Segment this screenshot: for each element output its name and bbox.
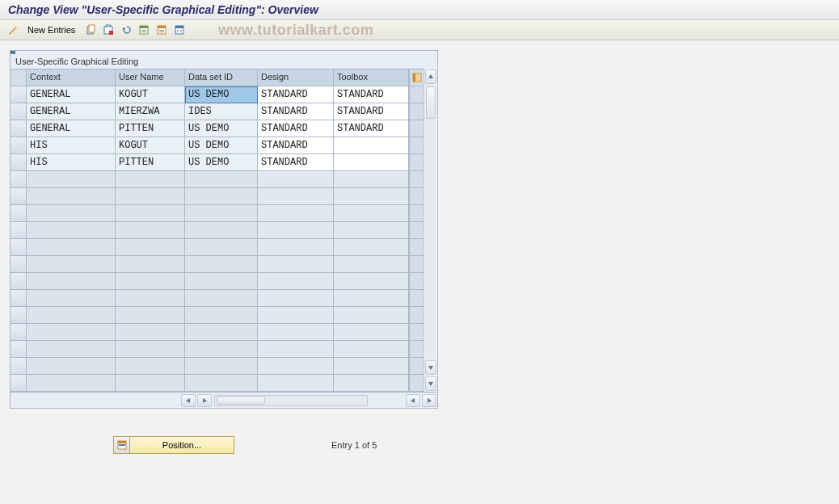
cell-design[interactable] <box>258 239 334 256</box>
cell-design[interactable]: STANDARD <box>258 137 334 154</box>
delete-icon[interactable] <box>101 23 116 37</box>
cell-user[interactable] <box>116 205 185 222</box>
row-selector[interactable] <box>11 120 27 137</box>
table-row[interactable] <box>11 290 424 307</box>
scroll-thumb[interactable] <box>426 86 436 119</box>
table-row[interactable] <box>11 188 424 205</box>
table-row[interactable] <box>11 358 424 375</box>
cell-context[interactable] <box>27 171 116 188</box>
cell-design[interactable]: STANDARD <box>258 103 334 120</box>
cell-toolbox[interactable] <box>334 171 409 188</box>
cell-user[interactable]: KOGUT <box>116 86 185 103</box>
table-settings-icon[interactable] <box>172 23 187 37</box>
cell-toolbox[interactable] <box>334 239 409 256</box>
cell-toolbox[interactable] <box>334 154 409 171</box>
cell-dataset[interactable] <box>185 273 258 290</box>
cell-design[interactable] <box>258 256 334 273</box>
table-row[interactable] <box>11 171 424 188</box>
cell-user[interactable] <box>116 358 185 375</box>
cell-toolbox[interactable] <box>334 188 409 205</box>
vertical-scrollbar[interactable] <box>424 69 437 392</box>
row-selector[interactable] <box>11 341 27 358</box>
table-row[interactable]: GENERALPITTENUS DEMOSTANDARDSTANDARD <box>11 120 424 137</box>
cell-dataset[interactable] <box>185 324 258 341</box>
cell-design[interactable] <box>258 171 334 188</box>
cell-dataset[interactable] <box>185 375 258 392</box>
table-row[interactable] <box>11 375 424 392</box>
cell-toolbox[interactable] <box>334 205 409 222</box>
cell-dataset[interactable]: US DEMO <box>185 86 258 103</box>
cell-toolbox[interactable] <box>334 273 409 290</box>
cell-user[interactable] <box>116 307 185 324</box>
row-selector[interactable] <box>11 324 27 341</box>
cell-toolbox[interactable] <box>334 222 409 239</box>
table-row[interactable] <box>11 307 424 324</box>
row-selector[interactable] <box>11 358 27 375</box>
row-selector[interactable] <box>11 375 27 392</box>
row-selector[interactable] <box>11 205 27 222</box>
table-row[interactable] <box>11 273 424 290</box>
cell-user[interactable] <box>116 375 185 392</box>
row-selector[interactable] <box>11 256 27 273</box>
cell-toolbox[interactable] <box>334 375 409 392</box>
undo-icon[interactable] <box>119 23 133 37</box>
column-header-user[interactable]: User Name <box>116 69 185 86</box>
copy-icon[interactable] <box>83 23 98 37</box>
cell-user[interactable] <box>116 239 185 256</box>
cell-dataset[interactable] <box>185 358 258 375</box>
cell-context[interactable] <box>27 256 116 273</box>
cell-user[interactable]: MIERZWA <box>116 103 185 120</box>
table-row[interactable] <box>11 341 424 358</box>
column-header-design[interactable]: Design <box>258 69 334 86</box>
cell-dataset[interactable] <box>185 307 258 324</box>
cell-context[interactable] <box>27 358 116 375</box>
cell-dataset[interactable] <box>185 188 258 205</box>
cell-toolbox[interactable]: STANDARD <box>334 120 409 137</box>
cell-design[interactable] <box>258 290 334 307</box>
cell-dataset[interactable] <box>185 239 258 256</box>
row-selector[interactable] <box>11 239 27 256</box>
cell-design[interactable] <box>258 341 334 358</box>
cell-toolbox[interactable] <box>334 324 409 341</box>
cell-user[interactable] <box>116 324 185 341</box>
row-selector[interactable] <box>11 137 27 154</box>
scroll-right-icon[interactable] <box>422 394 436 407</box>
cell-design[interactable] <box>258 307 334 324</box>
column-header-toolbox[interactable]: Toolbox <box>334 69 409 86</box>
cell-design[interactable] <box>258 358 334 375</box>
cell-context[interactable] <box>27 239 116 256</box>
cell-user[interactable] <box>116 171 185 188</box>
row-selector[interactable] <box>11 154 27 171</box>
cell-design[interactable] <box>258 205 334 222</box>
cell-context[interactable]: HIS <box>27 154 116 171</box>
table-row[interactable]: HISPITTENUS DEMOSTANDARD <box>11 154 424 171</box>
cell-toolbox[interactable] <box>334 307 409 324</box>
table-row[interactable]: HISKOGUTUS DEMOSTANDARD <box>11 137 424 154</box>
table-row[interactable] <box>11 239 424 256</box>
cell-dataset[interactable] <box>185 205 258 222</box>
scroll-down-icon[interactable] <box>425 360 436 375</box>
cell-user[interactable]: KOGUT <box>116 137 185 154</box>
cell-design[interactable] <box>258 188 334 205</box>
cell-context[interactable] <box>27 307 116 324</box>
cell-dataset[interactable]: US DEMO <box>185 154 258 171</box>
cell-user[interactable] <box>116 290 185 307</box>
cell-context[interactable] <box>27 375 116 392</box>
cell-context[interactable]: HIS <box>27 137 116 154</box>
row-selector[interactable] <box>11 290 27 307</box>
cell-dataset[interactable]: IDES <box>185 103 258 120</box>
cell-dataset[interactable] <box>185 222 258 239</box>
row-selector[interactable] <box>11 86 27 103</box>
scroll-left-icon[interactable] <box>181 394 196 407</box>
cell-user[interactable] <box>116 273 185 290</box>
cell-design[interactable]: STANDARD <box>258 154 334 171</box>
cell-dataset[interactable] <box>185 171 258 188</box>
cell-context[interactable] <box>27 222 116 239</box>
wizard-icon[interactable] <box>6 23 19 36</box>
cell-context[interactable] <box>27 273 116 290</box>
cell-context[interactable] <box>27 324 116 341</box>
cell-toolbox[interactable] <box>334 256 409 273</box>
cell-context[interactable] <box>27 290 116 307</box>
cell-design[interactable] <box>258 222 334 239</box>
cell-toolbox[interactable] <box>334 137 409 154</box>
